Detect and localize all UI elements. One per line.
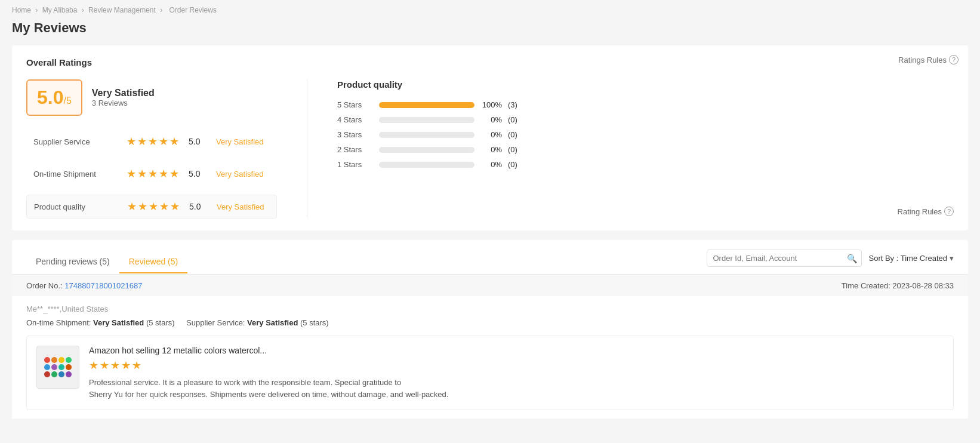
product-color-dot-11 (66, 371, 72, 377)
ratings-main: 5.0/5 Very Satisfied 3 Reviews Supplier … (26, 79, 954, 219)
ratings-rules-top-button[interactable]: Ratings Rules ? (898, 55, 959, 64)
bar-count: (3) (508, 100, 517, 109)
rating-verdict: Very Satisfied (216, 137, 264, 146)
rating-row: Supplier Service ★★★★★ 5.0 Very Satisfie… (26, 130, 277, 153)
product-color-dot-1 (51, 357, 57, 363)
star-icon: ★ (148, 135, 158, 148)
rating-row-label: Product quality (34, 202, 118, 211)
bar-track (379, 132, 474, 138)
rating-verdict: Very Satisfied (217, 202, 264, 211)
score-badge: 5.0/5 (26, 79, 82, 116)
product-star-icon: ★ (89, 359, 98, 372)
tabs-right: 🔍 Sort By : Time Created ▾ (707, 250, 954, 274)
rating-verdict: Very Satisfied (216, 170, 264, 179)
star-icon: ★ (170, 167, 179, 180)
product-thumb-img (37, 346, 79, 388)
bar-pct: 100% (480, 100, 502, 109)
star-icon: ★ (159, 167, 168, 180)
order-number-link[interactable]: 174880718001021687 (64, 281, 142, 290)
vertical-divider (307, 79, 307, 219)
tabs-header: Pending reviews (5)Reviewed (5) 🔍 Sort B… (12, 240, 968, 275)
star-icon: ★ (127, 167, 136, 180)
stars: ★★★★★ (127, 200, 180, 213)
on-time-value: Very Satisfied (93, 318, 144, 327)
sort-by-label: Sort By : Time Created (869, 254, 948, 263)
overall-ratings-title: Overall Ratings (26, 57, 954, 67)
order-time: Time Created: 2023-08-28 08:33 (842, 281, 954, 290)
search-icon: 🔍 (847, 254, 857, 263)
rating-rows: Supplier Service ★★★★★ 5.0 Very Satisfie… (26, 130, 277, 219)
tab-item[interactable]: Reviewed (5) (119, 251, 187, 273)
score-review-count: 3 Reviews (92, 99, 155, 107)
product-color-dot-9 (51, 371, 57, 377)
breadcrumb-myalibaba[interactable]: My Alibaba (42, 6, 78, 14)
order-number-section: Order No.: 174880718001021687 (26, 281, 142, 290)
ratings-rules-top-label: Ratings Rules (898, 56, 947, 64)
rating-row: On-time Shipment ★★★★★ 5.0 Very Satisfie… (26, 162, 277, 185)
supplier-value: Very Satisfied (247, 318, 298, 327)
product-star-icon: ★ (121, 359, 131, 372)
star-bar-row: 1 Stars 0% (0) (337, 160, 954, 169)
product-quality-title: Product quality (337, 79, 954, 90)
star-bar-label: 1 Stars (337, 160, 373, 169)
product-color-dot-4 (44, 364, 50, 370)
star-bar-label: 2 Stars (337, 145, 373, 154)
tabs-wrapper: Pending reviews (5)Reviewed (5) 🔍 Sort B… (12, 240, 968, 419)
product-review-stars: ★★★★★ (89, 359, 944, 372)
breadcrumb-home[interactable]: Home (12, 6, 31, 14)
bar-track (379, 162, 474, 168)
bar-pct: 0% (480, 145, 502, 154)
score-verdict: Very Satisfied (92, 88, 155, 99)
search-input[interactable] (707, 250, 862, 267)
bar-count: (0) (508, 115, 517, 124)
tabs-left: Pending reviews (5)Reviewed (5) (26, 251, 187, 273)
sort-by-dropdown[interactable]: Sort By : Time Created ▾ (869, 254, 954, 263)
supplier-stars: (5 stars) (300, 318, 329, 327)
star-icon: ★ (148, 167, 158, 180)
score-section: 5.0/5 Very Satisfied 3 Reviews Supplier … (26, 79, 277, 219)
stars: ★★★★★ (127, 135, 179, 148)
product-color-dot-0 (44, 357, 50, 363)
breadcrumb-review-mgmt[interactable]: Review Management (88, 6, 156, 14)
ratings-rules-top-info-icon[interactable]: ? (949, 55, 959, 64)
rating-rules-bottom-info-icon[interactable]: ? (944, 207, 954, 216)
product-thumbnail (36, 346, 79, 389)
star-icon: ★ (159, 200, 169, 213)
bar-track (379, 147, 474, 153)
rating-row-label: On-time Shipment (33, 170, 117, 179)
product-color-dot-8 (44, 371, 50, 377)
rating-score: 5.0 (189, 202, 207, 211)
bar-pct: 0% (480, 130, 502, 139)
star-icon: ★ (159, 135, 168, 148)
rating-score: 5.0 (189, 137, 207, 146)
product-star-icon: ★ (132, 359, 141, 372)
product-review-title: Amazon hot selling 12 metallic colors wa… (89, 346, 944, 355)
search-wrapper: 🔍 (707, 250, 862, 267)
product-color-dot-2 (58, 357, 64, 363)
bar-track (379, 102, 474, 108)
star-icon: ★ (127, 135, 136, 148)
star-bar-row: 3 Stars 0% (0) (337, 130, 954, 139)
rating-rules-bottom-label: Rating Rules (898, 207, 942, 216)
bar-pct: 0% (480, 160, 502, 169)
product-quality-section: Product quality 5 Stars 100% (3) 4 Stars… (337, 79, 954, 169)
tab-item[interactable]: Pending reviews (5) (26, 251, 119, 273)
product-color-dot-3 (66, 357, 72, 363)
order-body: Me**_****,United States On-time Shipment… (12, 296, 968, 419)
product-review-text: Professional service. It is a pleasure t… (89, 377, 944, 400)
star-icon: ★ (170, 200, 180, 213)
star-bar-label: 3 Stars (337, 130, 373, 139)
product-color-dot-5 (51, 364, 57, 370)
order-no-label: Order No.: (26, 281, 63, 290)
star-icon: ★ (127, 200, 137, 213)
on-time-stars: (5 stars) (146, 318, 175, 327)
star-icon: ★ (137, 135, 147, 148)
rating-row: Product quality ★★★★★ 5.0 Very Satisfied (26, 195, 277, 219)
bar-fill (379, 102, 474, 108)
bar-track (379, 117, 474, 123)
sort-chevron-icon: ▾ (950, 254, 954, 263)
product-color-dot-6 (58, 364, 64, 370)
breadcrumb-current: Order Reviews (170, 6, 217, 14)
rating-rules-bottom-button[interactable]: Rating Rules ? (898, 207, 954, 216)
score-number: 5.0 (37, 87, 63, 108)
